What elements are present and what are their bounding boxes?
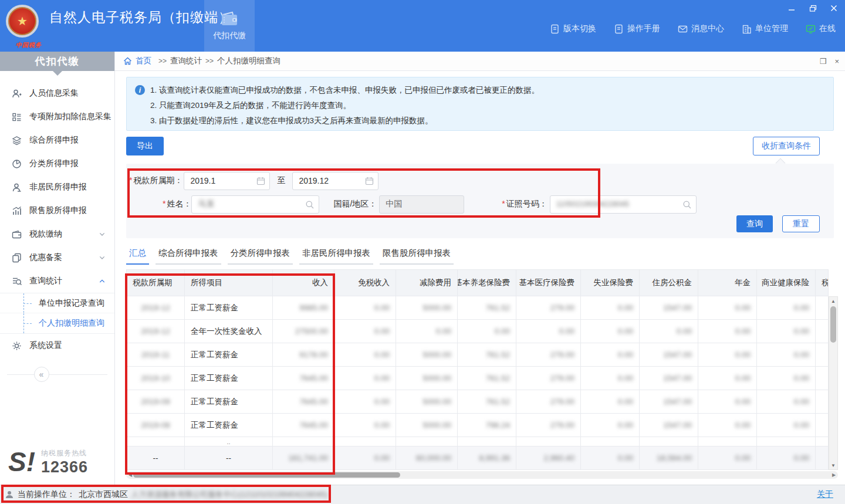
reset-button[interactable]: 重置 <box>782 215 820 232</box>
table-cell <box>581 437 640 447</box>
scroll-up-icon[interactable]: ▲ <box>829 297 837 305</box>
top-menu-item-操作手册[interactable]: 操作手册 <box>614 23 660 34</box>
table-row[interactable]: 2019-10正常工资薪金7645.000.005000.00761.52279… <box>126 367 838 390</box>
name-input[interactable]: 马某 <box>191 195 319 214</box>
cell-amount: 0.00 <box>581 343 640 367</box>
tab-withholding-module[interactable]: 代扣代缴 <box>204 0 255 52</box>
notice-line: 1. 该查询统计表仅能查询已申报成功的数据，不包含未申报、申报失败，已申报但已作… <box>150 83 825 98</box>
vertical-scroll-thumb[interactable] <box>830 306 836 343</box>
sidebar-subitem-个人扣缴明细查询[interactable]: 个人扣缴明细查询 <box>0 313 114 333</box>
minimize-icon[interactable] <box>785 2 798 14</box>
table-row[interactable]: 2019-12正常工资薪金9985.000.005000.00761.52279… <box>126 296 838 320</box>
home-icon <box>123 57 132 65</box>
tab-限售股所得申报表[interactable]: 限售股所得申报表 <box>380 248 454 265</box>
cell-total-amount: 0.00 <box>334 447 396 470</box>
sidebar-item-分类所得申报[interactable]: 分类所得申报 <box>0 152 114 175</box>
horizontal-scroll-thumb[interactable] <box>133 472 400 478</box>
tab-综合所得申报表[interactable]: 综合所得申报表 <box>156 248 221 265</box>
breadcrumb-separator: >> <box>158 57 167 65</box>
column-header-所得项目: 所得项目 <box>185 269 273 296</box>
sidebar-item-税款缴纳[interactable]: 税款缴纳 <box>0 222 114 246</box>
sidebar-item-人员信息采集[interactable]: 人员信息采集 <box>0 82 114 105</box>
table-row[interactable]: 2019-08正常工资薪金7645.000.005000.00798.24279… <box>126 414 838 437</box>
scroll-down-icon[interactable]: ▼ <box>829 461 837 469</box>
cell-amount: 0.00 <box>698 343 757 367</box>
chevron-down-icon <box>98 253 106 262</box>
top-menu-item-单位管理[interactable]: 单位管理 <box>742 23 788 34</box>
cell-amount: 5000.00 <box>396 390 458 414</box>
vertical-scrollbar[interactable]: ▲ ▼ <box>829 296 838 470</box>
pane-close-icon[interactable]: × <box>834 57 839 66</box>
breadcrumb-home-link[interactable]: 首页 <box>136 56 151 66</box>
top-menu-item-版本切换[interactable]: 版本切换 <box>550 23 596 34</box>
notice-line: 3. 由于数据处理的滞后性，建议您在申报成功3天之后再来查询最新的申报数据。 <box>150 113 825 128</box>
table-header: 税款所属期所得项目收入免税收入减除费用基本养老保险费基本医疗保险费失业保险费住房… <box>126 269 838 296</box>
cell-amount: 279.00 <box>516 390 581 414</box>
cell-amount: 761.52 <box>458 367 516 390</box>
top-menu-item-在线[interactable]: 在线 <box>806 23 836 34</box>
cell-amount: 9178.00 <box>273 343 334 367</box>
sidebar-collapse-row: « <box>0 367 114 382</box>
top-menu-item-消息中心[interactable]: 消息中心 <box>678 23 724 34</box>
cell-total-item: -- <box>185 447 273 470</box>
id-number-label: *证照号码： <box>502 199 547 209</box>
cell-income-item: 正常工资薪金 <box>185 343 273 367</box>
table-row[interactable]: 2019-09正常工资薪金7645.000.005000.00761.52279… <box>126 390 838 414</box>
cell-amount: 27500.00 <box>273 320 334 343</box>
sidebar-item-系统设置[interactable]: 系统设置 <box>0 334 114 357</box>
pane-restore-icon[interactable]: ❒ <box>820 57 827 66</box>
calendar-icon[interactable] <box>365 177 374 185</box>
mail-icon <box>678 24 688 34</box>
tab-分类所得申报表[interactable]: 分类所得申报表 <box>228 248 293 265</box>
status-bar: 当前操作单位：北京市西城区人力资源服务有限公司服务中心(121101021994… <box>0 485 845 504</box>
calendar-icon[interactable] <box>256 177 265 185</box>
bar-chart-icon <box>11 205 22 217</box>
hotline-s-glyph: S! <box>8 450 35 474</box>
table-row[interactable]: 2019-11正常工资薪金9178.000.005000.00761.52279… <box>126 343 838 367</box>
cell-period: 2019-10 <box>126 367 185 390</box>
query-panel: *税款所属期： 2019.1 至 2019.12 <box>126 164 834 238</box>
table-row[interactable]: 2019-12全年一次性奖金收入27500.000.000.000.000.00… <box>126 320 838 343</box>
search-list-icon <box>11 275 22 287</box>
id-number-input[interactable]: 110502199304228045 <box>550 195 697 214</box>
breadcrumb-separator: >> <box>205 57 214 65</box>
sidebar-header-label: 代扣代缴 <box>35 55 80 68</box>
period-from-input[interactable]: 2019.1 <box>184 172 270 190</box>
sidebar-item-优惠备案[interactable]: 优惠备案 <box>0 246 114 269</box>
table-cell <box>273 437 334 447</box>
cell-amount: 0.00 <box>698 320 757 343</box>
search-icon[interactable] <box>682 200 692 209</box>
export-button[interactable]: 导出 <box>126 137 164 155</box>
to-label: 至 <box>277 175 285 186</box>
nationality-input: 中国 <box>379 195 464 214</box>
sidebar-item-非居民所得申报[interactable]: 非居民所得申报 <box>0 175 114 199</box>
cell-amount: 9985.00 <box>273 296 334 320</box>
sidebar-item-专项附加扣除信息采集[interactable]: 专项附加扣除信息采集 <box>0 105 114 128</box>
cell-income-item: 正常工资薪金 <box>185 367 273 390</box>
about-link[interactable]: 关于 <box>817 489 833 500</box>
app-window: ★ 中国税务 自然人电子税务局（扣缴端） 代扣代缴 版本切换操作手册消息中心单位… <box>0 0 845 504</box>
sidebar-item-查询统计[interactable]: 查询统计 <box>0 269 114 293</box>
cell-amount: 1547.00 <box>640 296 698 320</box>
cell-period: 2019-12 <box>126 320 185 343</box>
top-menu: 版本切换操作手册消息中心单位管理在线 <box>550 23 836 34</box>
restore-icon[interactable] <box>806 2 819 14</box>
collapse-query-button[interactable]: 收折查询条件 <box>753 137 820 155</box>
scroll-right-icon[interactable]: ▶ <box>830 472 838 478</box>
close-icon[interactable] <box>827 2 840 14</box>
tab-汇总[interactable]: 汇总 <box>126 248 149 265</box>
query-button[interactable]: 查询 <box>736 215 773 232</box>
cell-total-amount: 18,564.00 <box>640 447 698 470</box>
horizontal-scrollbar[interactable]: ◀ ▶ <box>126 471 838 479</box>
sidebar-collapse-button[interactable]: « <box>34 367 49 382</box>
sidebar-item-综合所得申报[interactable]: 综合所得申报 <box>0 128 114 152</box>
search-icon[interactable] <box>305 200 315 209</box>
tab-非居民所得申报表[interactable]: 非居民所得申报表 <box>299 248 373 265</box>
cell-amount: 0.00 <box>757 296 816 320</box>
sidebar-item-限售股所得申报[interactable]: 限售股所得申报 <box>0 199 114 222</box>
table-row-ellipsis: .. <box>126 437 838 447</box>
window-controls <box>785 2 840 14</box>
period-to-input[interactable]: 2019.12 <box>292 172 378 190</box>
sidebar-subitem-单位申报记录查询[interactable]: 单位申报记录查询 <box>0 293 114 313</box>
cell-amount: 0.00 <box>334 320 396 343</box>
